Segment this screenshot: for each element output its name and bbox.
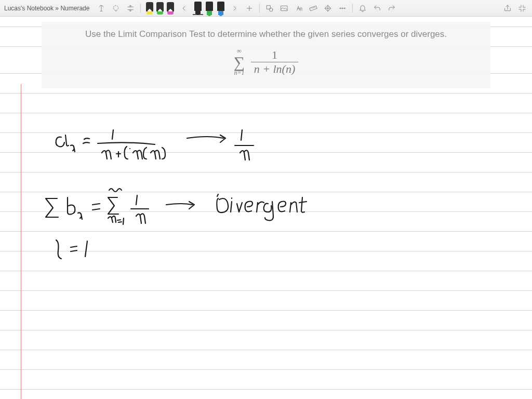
fullscreen-exit-icon[interactable] bbox=[516, 3, 528, 14]
highlighter-group bbox=[145, 2, 175, 15]
bell-icon[interactable] bbox=[357, 3, 368, 14]
marker-blue[interactable] bbox=[216, 2, 226, 15]
add-tool-icon[interactable] bbox=[244, 3, 255, 14]
text-style-icon[interactable] bbox=[293, 3, 304, 14]
next-tool-icon[interactable] bbox=[229, 3, 241, 14]
separator bbox=[140, 4, 141, 13]
highlighter-green[interactable] bbox=[155, 2, 165, 15]
question-formula: ∞ ∑ n=1 1 n + ln(n) bbox=[234, 47, 299, 77]
svg-point-6 bbox=[342, 8, 343, 9]
question-text: Use the Limit Comparison Test to determi… bbox=[52, 29, 480, 39]
text-cursor-icon[interactable] bbox=[96, 3, 107, 14]
breadcrumb-notebook: Lucas's Notebook bbox=[4, 5, 54, 12]
share-icon[interactable] bbox=[502, 3, 513, 14]
grid-align-icon[interactable] bbox=[322, 3, 334, 14]
redo-icon[interactable] bbox=[386, 3, 397, 14]
paper-area[interactable]: Use the Limit Comparison Test to determi… bbox=[0, 17, 532, 399]
marker-black[interactable] bbox=[193, 2, 203, 15]
breadcrumb[interactable]: Lucas's Notebook » Numerade bbox=[4, 5, 92, 12]
more-icon[interactable] bbox=[337, 3, 348, 14]
ruler-icon[interactable] bbox=[308, 3, 319, 14]
marker-green[interactable] bbox=[204, 2, 215, 15]
svg-point-5 bbox=[340, 8, 341, 9]
lasso-icon[interactable] bbox=[110, 3, 122, 14]
toolbar: Lucas's Notebook » Numerade bbox=[0, 0, 532, 17]
breadcrumb-sep: » bbox=[55, 5, 59, 12]
prev-tool-icon[interactable] bbox=[178, 3, 190, 14]
marker-group bbox=[193, 2, 226, 15]
svg-rect-4 bbox=[310, 6, 317, 11]
svg-point-2 bbox=[270, 8, 273, 11]
highlighter-pink[interactable] bbox=[166, 2, 175, 15]
question-box: Use the Limit Comparison Test to determi… bbox=[42, 22, 490, 88]
separator bbox=[352, 4, 353, 13]
svg-point-7 bbox=[344, 8, 345, 9]
svg-point-0 bbox=[114, 5, 118, 10]
shapes-icon[interactable] bbox=[264, 3, 275, 14]
margin-line bbox=[21, 84, 21, 399]
breadcrumb-page: Numerade bbox=[60, 5, 89, 12]
highlighter-yellow[interactable] bbox=[145, 2, 154, 15]
undo-icon[interactable] bbox=[371, 3, 383, 14]
separator bbox=[259, 4, 260, 13]
insert-space-icon[interactable] bbox=[125, 3, 136, 14]
image-icon[interactable] bbox=[278, 3, 290, 14]
